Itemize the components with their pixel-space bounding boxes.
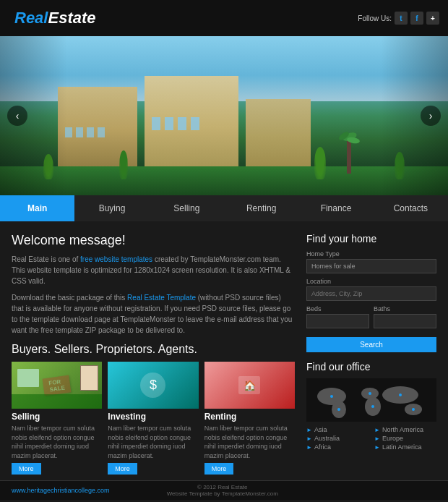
- content-area: Welcome message! Real Estate is one of f…: [0, 221, 448, 480]
- nav-contacts[interactable]: Contacts: [374, 195, 448, 221]
- investing-text: Nam liber tempor cum soluta nobis eleife…: [108, 424, 198, 460]
- office-col-left: ► Asia ► Australia ► Africa: [306, 426, 369, 452]
- find-office-section: Find our office: [306, 361, 436, 452]
- beds-baths-row: Beds 1 2 3 4+ Baths 1 2 3: [306, 305, 436, 333]
- renting-more-button[interactable]: More: [204, 463, 234, 475]
- selling-title: Selling: [12, 412, 102, 422]
- map-svg: [306, 380, 436, 420]
- nav-buying[interactable]: Buying: [74, 195, 149, 221]
- region-australia: ► Australia: [306, 435, 369, 442]
- find-home-title: Find your home: [306, 233, 436, 244]
- sidebar: Find your home Home Type Homes for sale …: [306, 233, 436, 475]
- beds-label: Beds: [306, 305, 369, 312]
- hero-prev-button[interactable]: ‹: [7, 106, 27, 126]
- region-asia: ► Asia: [306, 426, 369, 433]
- baths-select[interactable]: 1 2 3 4+: [374, 314, 436, 328]
- location-label: Location: [306, 278, 436, 285]
- footer-url: www.heritagechristiancollege.com: [12, 487, 110, 494]
- welcome-text-2: Download the basic package of this Real …: [12, 292, 295, 336]
- north-america-arrow-icon: ►: [374, 427, 380, 433]
- welcome-title: Welcome message!: [12, 233, 295, 248]
- australia-arrow-icon: ►: [306, 435, 312, 442]
- footer-template: Website Template by TemplateMonster.com: [167, 490, 278, 497]
- logo-real: Real: [14, 9, 48, 27]
- nav-main[interactable]: Main: [0, 195, 74, 221]
- selling-text: Nam liber tempor cum soluta nobis eleife…: [12, 424, 102, 460]
- nav-selling[interactable]: Selling: [150, 195, 224, 221]
- africa-arrow-icon: ►: [306, 444, 312, 451]
- real-estate-template-link[interactable]: Real Estate Template: [127, 294, 196, 302]
- cards-container: FORSALE Selling Nam liber tempor cum sol…: [12, 362, 295, 475]
- navigation: Main Buying Selling Renting Finance Cont…: [0, 195, 448, 221]
- africa-label: Africa: [314, 443, 331, 451]
- australia-label: Australia: [314, 435, 340, 442]
- europe-arrow-icon: ►: [374, 435, 380, 442]
- follow-us: Follow Us: t f +: [358, 12, 439, 25]
- region-latin-america: ► Latin America: [374, 443, 436, 451]
- free-templates-link[interactable]: free website templates: [80, 255, 152, 263]
- svg-point-11: [371, 405, 374, 408]
- office-col-right: ► North America ► Europe ► Latin America: [374, 426, 436, 452]
- baths-label: Baths: [374, 305, 436, 312]
- baths-group: Baths 1 2 3 4+: [374, 305, 436, 333]
- svg-point-10: [412, 408, 415, 411]
- world-map: [306, 378, 436, 422]
- investing-card: $ Investing Nam liber tempor cum soluta …: [108, 362, 198, 475]
- nav-renting[interactable]: Renting: [224, 195, 298, 221]
- twitter-icon[interactable]: t: [395, 12, 408, 25]
- welcome-text-1: Real Estate is one of free website templ…: [12, 254, 295, 286]
- office-regions: ► Asia ► Australia ► Africa ► No: [306, 426, 436, 452]
- selling-more-button[interactable]: More: [12, 463, 41, 475]
- logo: RealEstate: [9, 6, 102, 30]
- nav-finance[interactable]: Finance: [298, 195, 373, 221]
- latin-america-label: Latin America: [382, 443, 422, 451]
- section-title: Buyers. Sellers. Proprietors. Agents.: [12, 343, 295, 356]
- facebook-icon[interactable]: f: [410, 12, 423, 25]
- svg-point-12: [337, 408, 340, 411]
- footer-copyright: © 2012 Real Estate: [167, 484, 278, 490]
- north-america-label: North America: [382, 426, 423, 433]
- home-type-select[interactable]: Homes for sale Apartments Commercial: [306, 259, 436, 273]
- main-content: Welcome message! Real Estate is one of f…: [12, 233, 306, 475]
- header: RealEstate Follow Us: t f +: [0, 0, 448, 36]
- asia-arrow-icon: ►: [306, 427, 312, 433]
- hero-banner: ‹ ›: [0, 36, 448, 195]
- footer: www.heritagechristiancollege.com © 2012 …: [0, 480, 448, 500]
- latin-america-arrow-icon: ►: [374, 444, 380, 451]
- renting-card-image: 🏠: [204, 362, 295, 409]
- renting-title: Renting: [204, 412, 295, 422]
- renting-text: Nam liber tempor cum soluta nobis eleife…: [204, 424, 295, 460]
- renting-card: 🏠 Renting Nam liber tempor cum soluta no…: [204, 362, 295, 475]
- find-office-title: Find our office: [306, 361, 436, 373]
- region-north-america: ► North America: [374, 426, 436, 433]
- svg-point-8: [369, 392, 371, 395]
- follow-label: Follow Us:: [358, 14, 392, 22]
- hero-next-button[interactable]: ›: [421, 106, 441, 126]
- selling-card-image: FORSALE: [12, 362, 102, 409]
- footer-center: © 2012 Real Estate Website Template by T…: [167, 484, 278, 497]
- region-europe: ► Europe: [374, 435, 436, 442]
- investing-card-image: $: [108, 362, 198, 409]
- beds-group: Beds 1 2 3 4+: [306, 305, 369, 333]
- logo-box: RealEstate: [9, 6, 102, 30]
- beds-select[interactable]: 1 2 3 4+: [306, 314, 369, 328]
- region-africa: ► Africa: [306, 443, 369, 451]
- find-home-section: Find your home Home Type Homes for sale …: [306, 233, 436, 352]
- europe-label: Europe: [382, 435, 403, 442]
- svg-point-9: [399, 393, 402, 396]
- search-button[interactable]: Search: [306, 337, 436, 352]
- location-input[interactable]: [306, 286, 436, 301]
- home-type-label: Home Type: [306, 250, 436, 258]
- logo-estate: Estate: [48, 9, 95, 27]
- investing-more-button[interactable]: More: [108, 463, 137, 475]
- investing-title: Investing: [108, 412, 198, 422]
- plus-icon[interactable]: +: [426, 12, 439, 25]
- asia-label: Asia: [314, 426, 327, 433]
- svg-point-7: [330, 395, 333, 398]
- selling-card: FORSALE Selling Nam liber tempor cum sol…: [12, 362, 102, 475]
